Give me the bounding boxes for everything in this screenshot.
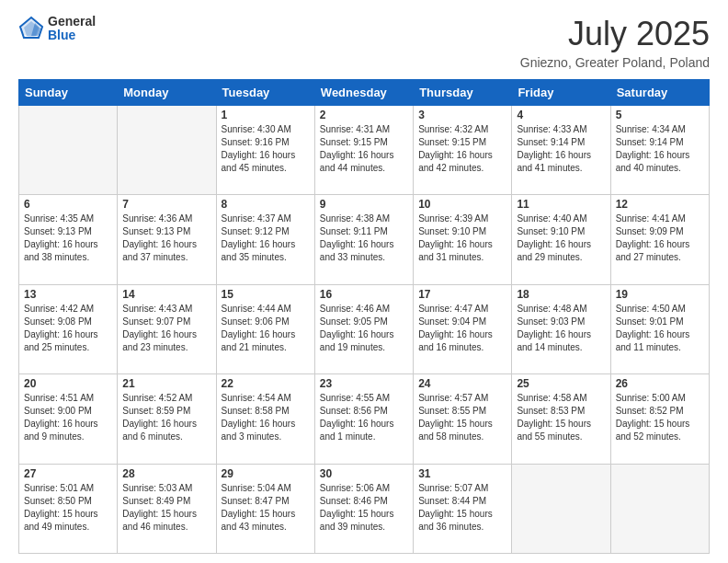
day-info: Sunrise: 4:33 AMSunset: 9:14 PMDaylight:…	[517, 123, 605, 175]
day-cell: 30Sunrise: 5:06 AMSunset: 8:46 PMDayligh…	[314, 464, 413, 553]
day-info: Sunrise: 5:04 AMSunset: 8:47 PMDaylight:…	[222, 482, 310, 534]
day-number: 3	[418, 109, 506, 121]
week-row-2: 6Sunrise: 4:35 AMSunset: 9:13 PMDaylight…	[19, 195, 710, 284]
day-cell: 24Sunrise: 4:57 AMSunset: 8:55 PMDayligh…	[414, 374, 512, 464]
logo: General Blue	[18, 15, 96, 43]
day-cell	[19, 106, 118, 195]
day-number: 30	[320, 467, 408, 480]
col-header-wednesday: Wednesday	[314, 80, 413, 106]
day-info: Sunrise: 4:54 AMSunset: 8:58 PMDaylight:…	[222, 392, 310, 443]
week-row-4: 20Sunrise: 4:51 AMSunset: 9:00 PMDayligh…	[19, 374, 710, 464]
day-number: 25	[517, 377, 605, 390]
day-cell: 1Sunrise: 4:30 AMSunset: 9:16 PMDaylight…	[216, 106, 314, 195]
day-number: 22	[222, 377, 310, 390]
day-info: Sunrise: 4:55 AMSunset: 8:56 PMDaylight:…	[320, 392, 408, 443]
day-number: 5	[616, 109, 704, 121]
day-number: 11	[517, 198, 605, 211]
day-cell: 15Sunrise: 4:44 AMSunset: 9:06 PMDayligh…	[216, 284, 314, 373]
day-number: 9	[320, 198, 408, 211]
day-cell: 26Sunrise: 5:00 AMSunset: 8:52 PMDayligh…	[610, 374, 709, 464]
day-number: 20	[24, 377, 112, 390]
col-header-sunday: Sunday	[19, 80, 118, 106]
day-cell: 31Sunrise: 5:07 AMSunset: 8:44 PMDayligh…	[414, 464, 512, 553]
day-cell: 22Sunrise: 4:54 AMSunset: 8:58 PMDayligh…	[216, 374, 314, 464]
day-cell: 7Sunrise: 4:36 AMSunset: 9:13 PMDaylight…	[118, 195, 216, 284]
day-number: 6	[24, 198, 112, 211]
day-cell: 8Sunrise: 4:37 AMSunset: 9:12 PMDaylight…	[216, 195, 314, 284]
day-info: Sunrise: 4:52 AMSunset: 8:59 PMDaylight:…	[122, 392, 210, 443]
day-number: 21	[122, 377, 210, 390]
day-info: Sunrise: 4:43 AMSunset: 9:07 PMDaylight:…	[122, 303, 210, 354]
day-number: 13	[24, 288, 112, 301]
day-cell: 2Sunrise: 4:31 AMSunset: 9:15 PMDaylight…	[314, 106, 413, 195]
location: Gniezno, Greater Poland, Poland	[520, 55, 710, 70]
day-info: Sunrise: 4:34 AMSunset: 9:14 PMDaylight:…	[616, 123, 704, 175]
day-info: Sunrise: 4:50 AMSunset: 9:01 PMDaylight:…	[616, 303, 704, 354]
day-info: Sunrise: 4:57 AMSunset: 8:55 PMDaylight:…	[418, 392, 506, 443]
day-cell: 4Sunrise: 4:33 AMSunset: 9:14 PMDaylight…	[512, 106, 610, 195]
page: General Blue July 2025 Gniezno, Greater …	[0, 0, 728, 563]
day-number: 18	[517, 288, 605, 301]
day-info: Sunrise: 4:51 AMSunset: 9:00 PMDaylight:…	[24, 392, 112, 443]
day-info: Sunrise: 5:03 AMSunset: 8:49 PMDaylight:…	[122, 482, 210, 534]
month-year: July 2025	[520, 15, 710, 53]
day-cell: 18Sunrise: 4:48 AMSunset: 9:03 PMDayligh…	[512, 284, 610, 373]
day-info: Sunrise: 5:07 AMSunset: 8:44 PMDaylight:…	[418, 482, 506, 534]
day-cell: 27Sunrise: 5:01 AMSunset: 8:50 PMDayligh…	[19, 464, 118, 553]
day-number: 14	[122, 288, 210, 301]
day-number: 29	[222, 467, 310, 480]
day-info: Sunrise: 4:32 AMSunset: 9:15 PMDaylight:…	[418, 123, 506, 175]
day-cell: 23Sunrise: 4:55 AMSunset: 8:56 PMDayligh…	[314, 374, 413, 464]
day-info: Sunrise: 4:39 AMSunset: 9:10 PMDaylight:…	[418, 213, 506, 264]
day-info: Sunrise: 4:46 AMSunset: 9:05 PMDaylight:…	[320, 303, 408, 354]
day-info: Sunrise: 4:35 AMSunset: 9:13 PMDaylight:…	[24, 213, 112, 264]
day-number: 12	[616, 198, 704, 211]
day-number: 4	[517, 109, 605, 121]
day-number: 27	[24, 467, 112, 480]
day-info: Sunrise: 4:44 AMSunset: 9:06 PMDaylight:…	[222, 303, 310, 354]
day-cell	[610, 464, 709, 553]
calendar-table: SundayMondayTuesdayWednesdayThursdayFrid…	[18, 79, 710, 554]
day-info: Sunrise: 4:31 AMSunset: 9:15 PMDaylight:…	[320, 123, 408, 175]
day-cell: 11Sunrise: 4:40 AMSunset: 9:10 PMDayligh…	[512, 195, 610, 284]
day-info: Sunrise: 4:47 AMSunset: 9:04 PMDaylight:…	[418, 303, 506, 354]
day-info: Sunrise: 4:58 AMSunset: 8:53 PMDaylight:…	[517, 392, 605, 443]
day-number: 26	[616, 377, 704, 390]
day-number: 28	[122, 467, 210, 480]
day-cell: 29Sunrise: 5:04 AMSunset: 8:47 PMDayligh…	[216, 464, 314, 553]
day-cell: 21Sunrise: 4:52 AMSunset: 8:59 PMDayligh…	[118, 374, 216, 464]
day-cell: 5Sunrise: 4:34 AMSunset: 9:14 PMDaylight…	[610, 106, 709, 195]
day-cell: 6Sunrise: 4:35 AMSunset: 9:13 PMDaylight…	[19, 195, 118, 284]
header: General Blue July 2025 Gniezno, Greater …	[18, 15, 710, 70]
day-number: 31	[418, 467, 506, 480]
logo-general-text: General	[48, 15, 96, 29]
day-number: 15	[222, 288, 310, 301]
day-cell	[512, 464, 610, 553]
col-header-saturday: Saturday	[610, 80, 709, 106]
week-row-3: 13Sunrise: 4:42 AMSunset: 9:08 PMDayligh…	[19, 284, 710, 373]
day-cell: 12Sunrise: 4:41 AMSunset: 9:09 PMDayligh…	[610, 195, 709, 284]
day-info: Sunrise: 4:38 AMSunset: 9:11 PMDaylight:…	[320, 213, 408, 264]
day-info: Sunrise: 4:48 AMSunset: 9:03 PMDaylight:…	[517, 303, 605, 354]
day-info: Sunrise: 4:30 AMSunset: 9:16 PMDaylight:…	[222, 123, 310, 175]
title-block: July 2025 Gniezno, Greater Poland, Polan…	[520, 15, 710, 70]
day-info: Sunrise: 5:00 AMSunset: 8:52 PMDaylight:…	[616, 392, 704, 443]
day-info: Sunrise: 4:41 AMSunset: 9:09 PMDaylight:…	[616, 213, 704, 264]
col-header-monday: Monday	[118, 80, 216, 106]
day-cell: 28Sunrise: 5:03 AMSunset: 8:49 PMDayligh…	[118, 464, 216, 553]
day-cell: 10Sunrise: 4:39 AMSunset: 9:10 PMDayligh…	[414, 195, 512, 284]
day-number: 2	[320, 109, 408, 121]
day-cell: 14Sunrise: 4:43 AMSunset: 9:07 PMDayligh…	[118, 284, 216, 373]
logo-blue-text: Blue	[48, 29, 96, 42]
day-info: Sunrise: 5:06 AMSunset: 8:46 PMDaylight:…	[320, 482, 408, 534]
day-number: 16	[320, 288, 408, 301]
day-cell: 19Sunrise: 4:50 AMSunset: 9:01 PMDayligh…	[610, 284, 709, 373]
day-cell: 13Sunrise: 4:42 AMSunset: 9:08 PMDayligh…	[19, 284, 118, 373]
day-number: 19	[616, 288, 704, 301]
day-cell	[118, 106, 216, 195]
day-cell: 3Sunrise: 4:32 AMSunset: 9:15 PMDaylight…	[414, 106, 512, 195]
col-header-thursday: Thursday	[414, 80, 512, 106]
day-number: 24	[418, 377, 506, 390]
logo-icon	[18, 16, 44, 41]
day-number: 23	[320, 377, 408, 390]
